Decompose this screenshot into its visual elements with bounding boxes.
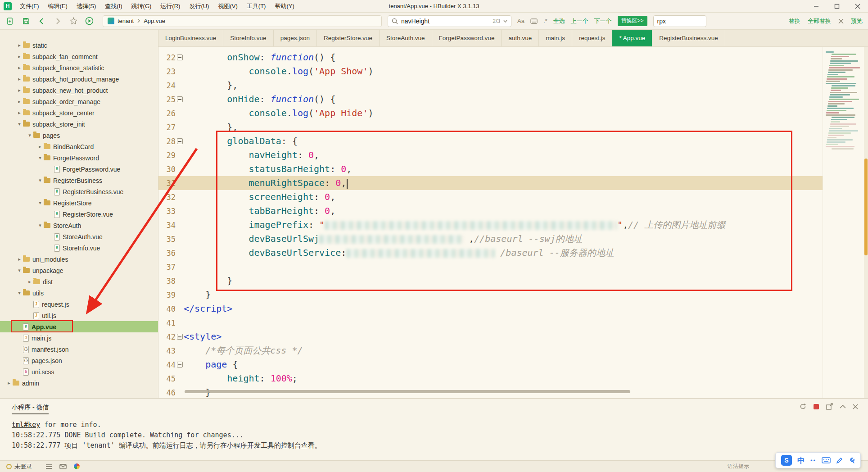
chevron-down-icon[interactable] [503, 20, 507, 23]
tree-item[interactable]: {}manifest.json [0, 344, 158, 355]
tree-item[interactable]: ▾RegisterBusiness [0, 175, 158, 186]
chevron-right-icon[interactable]: ▸ [16, 87, 23, 93]
close-panel-icon[interactable] [853, 404, 858, 409]
chevron-down-icon[interactable]: ▾ [16, 290, 23, 296]
open-external-icon[interactable] [826, 403, 833, 410]
console-link[interactable]: tml#key [12, 421, 40, 429]
scrollbar-thumb[interactable] [864, 159, 868, 255]
code-editor[interactable]: 22 onShow: function() {23 console.log('A… [158, 47, 823, 398]
fold-marker[interactable] [177, 138, 183, 144]
tree-item[interactable]: ▾RegisterStore [0, 197, 158, 209]
tree-item[interactable]: ▸admin [0, 377, 158, 389]
tree-item[interactable]: ▾ForgetPassword [0, 152, 158, 163]
chevron-right-icon[interactable]: ▸ [16, 54, 23, 59]
editor-tab[interactable]: main.js [539, 30, 572, 46]
editor-tab[interactable]: request.js [572, 30, 613, 46]
outline-list-icon[interactable] [45, 464, 52, 469]
tree-item[interactable]: ▸subpack_fan_comment [0, 51, 158, 62]
minimap[interactable] [823, 47, 864, 398]
code-line[interactable]: 42<style> [158, 330, 823, 344]
chevron-right-icon[interactable]: ▸ [16, 42, 23, 48]
chevron-right-icon[interactable]: ▸ [16, 256, 23, 262]
fold-marker[interactable] [177, 54, 183, 60]
ime-logo-icon[interactable]: S [781, 455, 792, 466]
code-line[interactable]: 30 statusBarHeight: 0, [158, 162, 823, 176]
tree-item[interactable]: ▾subpack_store_init [0, 118, 158, 130]
tree-item[interactable]: ▸subpack_new_hot_product [0, 85, 158, 96]
close-button[interactable] [847, 0, 868, 12]
chevron-right-icon[interactable]: ▸ [5, 380, 13, 386]
regex-button[interactable]: .* [543, 18, 547, 24]
fold-marker[interactable] [177, 96, 183, 102]
find-next-button[interactable]: 下一个 [594, 17, 612, 25]
chevron-right-icon[interactable]: ▸ [16, 99, 23, 104]
tree-item[interactable]: ▸BindBankCard [0, 141, 158, 152]
tree-item[interactable]: VRegisterBusiness.vue [0, 186, 158, 197]
chevron-down-icon[interactable]: ▾ [26, 132, 33, 138]
code-line[interactable]: 29 navHeight: 0, [158, 148, 823, 162]
tree-item[interactable]: ▸uni_modules [0, 254, 158, 265]
favorite-star-icon[interactable] [68, 16, 78, 26]
refresh-icon[interactable] [800, 403, 806, 410]
editor-tab[interactable]: auth.vue [502, 30, 539, 46]
replace-zone-button[interactable]: 替换区>> [618, 16, 647, 26]
save-button[interactable] [21, 16, 31, 26]
menu-item[interactable]: 发行(U) [185, 0, 213, 13]
chevron-down-icon[interactable]: ▾ [16, 268, 23, 273]
editor-tab[interactable]: StoreAuth.vue [380, 30, 432, 46]
code-line[interactable]: 26 console.log('App Hide') [158, 106, 823, 120]
code-line[interactable]: 34 imagePrefix: "",// 上传的图片地址前缀 [158, 218, 823, 232]
code-line[interactable]: 24 }, [158, 78, 823, 92]
replace-all-button[interactable]: 全部替换 [808, 17, 831, 25]
chevron-right-icon[interactable]: ▸ [26, 279, 33, 285]
menu-item[interactable]: 查找(I) [100, 0, 127, 13]
chevron-down-icon[interactable]: ▾ [36, 177, 44, 183]
code-line[interactable]: 25 onHide: function() { [158, 92, 823, 106]
chevron-down-icon[interactable]: ▾ [36, 155, 44, 161]
tree-item[interactable]: ▸static [0, 40, 158, 51]
menu-item[interactable]: 帮助(Y) [270, 0, 298, 13]
chevron-right-icon[interactable]: ▸ [16, 110, 23, 116]
tree-item[interactable]: ▸dist [0, 276, 158, 287]
tree-item[interactable]: {}pages.json [0, 355, 158, 366]
tree-item[interactable]: Jmain.js [0, 332, 158, 344]
tree-item[interactable]: ▾StoreAuth [0, 220, 158, 231]
fold-marker[interactable] [177, 362, 183, 368]
menu-item[interactable]: 文件(F) [15, 0, 44, 13]
tree-item[interactable]: Jrequest.js [0, 299, 158, 310]
menu-item[interactable]: 跳转(G) [127, 0, 156, 13]
ime-language-toggle[interactable]: 中 [797, 455, 805, 466]
tree-item[interactable]: Suni.scss [0, 366, 158, 377]
breadcrumb[interactable]: tenant App.vue [103, 15, 382, 27]
editor-tab[interactable]: LoginBusiness.vue [158, 30, 223, 46]
tree-item[interactable]: VStoreInfo.vue [0, 242, 158, 254]
editor-tab[interactable]: StoreInfo.vue [223, 30, 273, 46]
back-button[interactable] [37, 16, 47, 26]
forward-button[interactable] [53, 16, 63, 26]
fold-marker[interactable] [177, 334, 183, 340]
tree-item[interactable]: ▸subpack_order_manage [0, 96, 158, 107]
stop-icon[interactable] [813, 404, 819, 410]
horizontal-scrollbar[interactable] [185, 390, 630, 393]
keyboard-icon[interactable] [822, 457, 831, 463]
run-button[interactable] [84, 16, 94, 26]
code-line[interactable]: 45 height: 100%; [158, 372, 823, 386]
pen-icon[interactable] [836, 457, 843, 464]
tree-item[interactable]: VStoreAuth.vue [0, 231, 158, 242]
vertical-scrollbar[interactable] [864, 47, 868, 398]
whole-word-icon[interactable] [530, 18, 538, 24]
code-line[interactable]: 37 [158, 260, 823, 274]
chevron-right-icon[interactable]: ▸ [16, 65, 23, 71]
replace-button[interactable]: 替换 [789, 17, 800, 25]
code-line[interactable]: 35 devBaseUrlSwj ,//baseurl --swj的地址 [158, 232, 823, 246]
code-line[interactable]: 33 tabBarHeight: 0, [158, 204, 823, 218]
editor-tab[interactable]: pages.json [274, 30, 317, 46]
chevron-down-icon[interactable]: ▾ [36, 200, 44, 206]
select-all-button[interactable]: 全选 [553, 17, 565, 25]
replace-input[interactable]: rpx [653, 15, 706, 27]
code-line[interactable]: 23 console.log('App Show') [158, 64, 823, 78]
minimize-button[interactable] [806, 0, 827, 12]
breadcrumb-project[interactable]: tenant [118, 18, 134, 24]
tree-item[interactable]: Jutil.js [0, 310, 158, 321]
maximize-button[interactable] [827, 0, 847, 12]
